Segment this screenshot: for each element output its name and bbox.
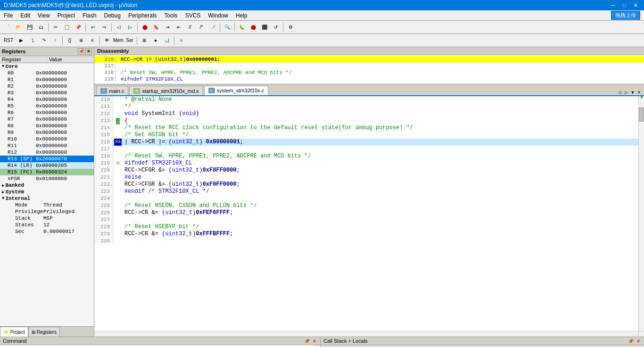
- port-btn[interactable]: ⊞: [139, 35, 149, 46]
- code-line-221: 221 #else: [94, 174, 638, 181]
- ime-upload-btn[interactable]: 拖拽上传: [611, 11, 640, 20]
- undo-btn[interactable]: ↩: [88, 22, 98, 33]
- reg-group-internal[interactable]: ▼ Internal: [0, 195, 94, 202]
- code-editor: 210 * @retval None 211 */ 212 voi: [94, 96, 644, 331]
- run2-btn[interactable]: ▶: [16, 35, 26, 46]
- menu-help[interactable]: Help: [232, 10, 251, 20]
- command-vscroll[interactable]: [314, 345, 320, 347]
- registers-tab[interactable]: ⊞ Registers: [28, 327, 60, 337]
- marker-227: [113, 216, 123, 223]
- open-btn[interactable]: 📂: [13, 22, 24, 33]
- internal-group-label: Internal: [5, 196, 30, 201]
- project-tab[interactable]: 📁 Project: [0, 327, 28, 337]
- menu-svcs[interactable]: SVCS: [182, 10, 205, 20]
- menu-tools[interactable]: Tools: [161, 10, 182, 20]
- save-all-btn[interactable]: 🗂: [36, 22, 46, 33]
- menu-file[interactable]: File: [0, 10, 17, 20]
- command-close-btn[interactable]: ✕: [312, 339, 317, 344]
- step-over-btn[interactable]: ↷: [39, 35, 49, 46]
- ins-btn[interactable]: {}: [65, 35, 75, 46]
- reset-btn[interactable]: ↺: [271, 22, 281, 33]
- callstack-pin-btn[interactable]: 📌: [627, 339, 635, 344]
- nav-fwd-btn[interactable]: ▷: [125, 22, 135, 33]
- command-pin-btn[interactable]: 📌: [303, 339, 311, 344]
- tab-scroll-left[interactable]: ◁: [617, 90, 622, 95]
- marker-216: >>: [113, 139, 123, 146]
- ser-btn[interactable]: Ser: [124, 35, 135, 46]
- nav-back-btn[interactable]: ◁: [114, 22, 124, 33]
- step-out-btn[interactable]: ↑: [50, 35, 60, 46]
- paste-btn[interactable]: 📌: [73, 22, 83, 33]
- marker-223: [113, 188, 123, 195]
- search-btn[interactable]: 🔍: [222, 22, 232, 33]
- editor-hscroll[interactable]: [94, 331, 644, 337]
- registers-close-btn[interactable]: ✕: [85, 48, 92, 55]
- code-btn[interactable]: 📝: [207, 22, 218, 33]
- perf-btn[interactable]: 📊: [162, 35, 172, 46]
- sep9: [99, 36, 100, 45]
- menu-peripherals[interactable]: Peripherals: [124, 10, 161, 20]
- editor-vscroll[interactable]: [638, 96, 644, 331]
- new-btn[interactable]: 📄: [2, 22, 12, 33]
- bookmarks-btn[interactable]: 🔖: [151, 22, 161, 33]
- breakpoint-btn[interactable]: ⬤: [140, 22, 150, 33]
- collapse-icon[interactable]: ⊟: [116, 160, 119, 167]
- tab-icon-system-c: C: [208, 88, 215, 93]
- tab-scroll-right[interactable]: ▷: [623, 90, 629, 95]
- mem-btn[interactable]: Mem: [113, 35, 124, 46]
- logic-btn[interactable]: ≈: [176, 35, 187, 46]
- uncomment-btn[interactable]: /*: [196, 22, 206, 33]
- maximize-button[interactable]: □: [619, 1, 629, 9]
- code-line-219: 219 ⊟ #ifndef STM32F10X_CL: [94, 160, 638, 167]
- reg-group-core[interactable]: ▼ Core: [0, 63, 94, 70]
- step-btn[interactable]: ⤵: [27, 35, 38, 46]
- close-button[interactable]: ✕: [631, 1, 640, 9]
- settings-btn[interactable]: ⚙: [285, 22, 296, 33]
- reg-row-mode: ModeThread: [0, 202, 94, 208]
- reg-group-banked[interactable]: ▶ Banked: [0, 182, 94, 189]
- run-btn[interactable]: ⬤: [248, 22, 258, 33]
- tab-startup-s[interactable]: S startup_stm32f10x_md.s: [129, 86, 203, 95]
- code-line-226: 226 RCC->CR &= (uint32_t)0xFEF6FFFF;: [94, 209, 638, 216]
- prg-btn[interactable]: ≡: [87, 35, 98, 46]
- save-btn[interactable]: 💾: [25, 22, 35, 33]
- cut-btn[interactable]: ✂: [50, 22, 61, 33]
- unindent-btn[interactable]: ⇤: [173, 22, 184, 33]
- comment-btn[interactable]: //: [185, 22, 195, 33]
- tab-main-c[interactable]: C main.c: [96, 86, 128, 95]
- registers-pin-btn[interactable]: 📌: [78, 48, 84, 55]
- command-text-area: *** error 65: access violation at 0x4002…: [0, 345, 320, 347]
- stop-btn[interactable]: ⬛: [259, 22, 270, 33]
- ext-btn[interactable]: ⊕: [76, 35, 86, 46]
- scroll-thumb[interactable]: [639, 107, 644, 122]
- tab-system-c[interactable]: C system_stm32f10x.c: [204, 86, 268, 95]
- menu-view[interactable]: View: [34, 10, 54, 20]
- menubar: File Edit View Project Flash Debug Perip…: [0, 10, 644, 21]
- menu-edit[interactable]: Edit: [17, 10, 34, 20]
- command-header-btns: 📌 ✕: [303, 339, 317, 344]
- debug-btn[interactable]: 🐛: [237, 22, 247, 33]
- menu-debug[interactable]: Debug: [100, 10, 124, 20]
- menu-project[interactable]: Project: [54, 10, 79, 20]
- ime-toolbar: 拖拽上传: [611, 11, 640, 20]
- reg-group-system[interactable]: ▶ System: [0, 189, 94, 195]
- code-line-212: 212 void SystemInit (void): [94, 110, 638, 117]
- minimize-button[interactable]: ─: [608, 1, 618, 9]
- copy-btn[interactable]: 📋: [62, 22, 72, 33]
- watch-btn[interactable]: 👁: [102, 35, 112, 46]
- reg-row-r7: R70x00000000: [0, 116, 94, 123]
- callstack-panel: Call Stack + Locals 📌 ✕ Name Location/Va…: [321, 337, 644, 347]
- reg-row-r8: R80x00000000: [0, 123, 94, 129]
- code-content[interactable]: 210 * @retval None 211 */ 212 voi: [94, 96, 638, 331]
- indent-btn[interactable]: ⇥: [162, 22, 173, 33]
- tab-dropdown[interactable]: ▼: [630, 90, 636, 95]
- reg-col-register: Register: [0, 56, 47, 63]
- rst-btn[interactable]: RST: [2, 35, 15, 46]
- callstack-close-btn[interactable]: ✕: [636, 339, 641, 344]
- menu-flash[interactable]: Flash: [79, 10, 100, 20]
- menu-window[interactable]: Window: [204, 10, 232, 20]
- tab-close-btn[interactable]: ✕: [636, 90, 642, 95]
- redo-btn[interactable]: ↪: [99, 22, 109, 33]
- core-btn[interactable]: ●: [150, 35, 161, 46]
- code-area: Disassembly 216: RCC->CR |= (uint32_t)0x…: [94, 47, 644, 337]
